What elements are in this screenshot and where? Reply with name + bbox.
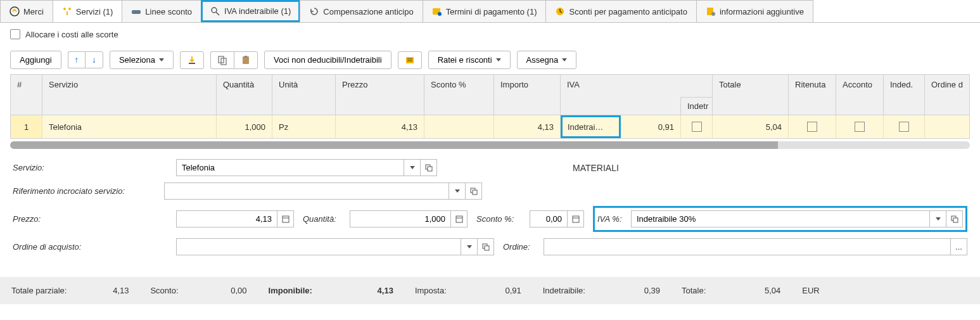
services-grid: # Servizio Quantità Unità Prezzo Sconto …	[10, 74, 970, 139]
col-servizio[interactable]: Servizio	[42, 75, 217, 115]
col-indetr[interactable]: Indetr	[680, 97, 712, 115]
quantita-calc[interactable]	[451, 210, 468, 227]
col-quantita[interactable]: Quantità	[217, 75, 272, 115]
info-icon	[706, 6, 716, 16]
iva-dropdown[interactable]	[930, 210, 946, 227]
cell-importo[interactable]: 4,13	[494, 115, 561, 138]
servizio-dropdown[interactable]	[404, 159, 421, 176]
move-up-button[interactable]: ↑	[68, 51, 86, 68]
detail-icon	[405, 55, 415, 65]
quantita-input[interactable]	[350, 210, 451, 227]
tab-servizi[interactable]: Servizi (1)	[53, 0, 123, 22]
ratei-label: Ratei e risconti	[438, 55, 492, 65]
ratei-button[interactable]: Ratei e risconti	[428, 51, 511, 69]
parziale-value: 4,13	[78, 286, 129, 295]
svg-rect-21	[428, 167, 432, 171]
prezzo-calc[interactable]	[277, 210, 294, 227]
col-acconto[interactable]: Acconto	[836, 75, 884, 115]
tab-termini-pagamento[interactable]: Termini di pagamento (1)	[423, 0, 547, 22]
cell-unita[interactable]: Pz	[272, 115, 336, 138]
sconto-calc[interactable]	[568, 210, 584, 227]
cell-quantita[interactable]: 1,000	[217, 115, 272, 138]
ordine-more[interactable]: ...	[951, 238, 967, 255]
cell-iva2[interactable]: 0,91	[621, 115, 681, 138]
assegna-button[interactable]: Assegna	[517, 51, 577, 69]
iva-input[interactable]	[631, 210, 930, 227]
tab-info-aggiuntive[interactable]: informazioni aggiuntive	[696, 0, 813, 22]
svg-rect-28	[573, 216, 579, 222]
tab-sconti-anticipato[interactable]: Sconti per pagamento anticipato	[545, 0, 696, 22]
ordine-acquisto-open[interactable]	[478, 238, 494, 255]
imponibile-label: Imponibile:	[269, 286, 312, 295]
col-totale[interactable]: Totale	[713, 75, 789, 115]
col-sconto[interactable]: Sconto %	[424, 75, 494, 115]
servizio-input[interactable]	[176, 159, 404, 176]
cell-iva[interactable]: Indetrai…	[561, 115, 621, 138]
detail-button[interactable]	[398, 51, 422, 69]
col-ordine[interactable]: Ordine d	[925, 75, 969, 115]
iva-open[interactable]	[946, 210, 963, 227]
svg-point-8	[438, 12, 442, 16]
svg-rect-31	[953, 218, 958, 222]
allocate-label: Allocare i costi alle scorte	[25, 30, 118, 39]
select-button[interactable]: Seleziona	[110, 51, 174, 69]
svg-rect-17	[406, 57, 414, 63]
cell-sconto[interactable]	[424, 115, 494, 138]
acconto-checkbox[interactable]	[855, 122, 865, 132]
allocate-checkbox[interactable]	[10, 29, 20, 39]
riferimento-dropdown[interactable]	[449, 182, 466, 200]
sconto-tot-value: 0,00	[190, 286, 247, 295]
cell-indeb[interactable]	[884, 115, 925, 138]
tab-linee-sconto[interactable]: Linee sconto	[122, 0, 201, 22]
svg-point-11	[711, 12, 715, 16]
riferimento-input[interactable]	[164, 182, 449, 200]
copy-button[interactable]	[210, 51, 234, 69]
cell-prezzo[interactable]: 4,13	[336, 115, 424, 138]
tab-merci[interactable]: Merci	[0, 0, 53, 22]
table-row[interactable]: 1 Telefonia 1,000 Pz 4,13 4,13 Indetrai……	[11, 115, 969, 138]
iva-highlighted-group: IVA %:	[593, 206, 967, 232]
svg-point-1	[63, 8, 66, 10]
col-importo[interactable]: Importo	[494, 75, 561, 115]
move-down-button[interactable]: ↓	[85, 51, 103, 68]
add-button[interactable]: Aggiungi	[10, 51, 61, 69]
paste-button[interactable]	[234, 51, 258, 69]
cell-indetr[interactable]	[681, 115, 713, 138]
cell-ritenuta[interactable]	[789, 115, 836, 138]
indeb-checkbox[interactable]	[899, 122, 909, 132]
tab-compensazione[interactable]: Compensazione anticipo	[300, 0, 423, 22]
horizontal-scrollbar[interactable]	[10, 141, 970, 149]
parziale-label: Totale parziale:	[11, 286, 67, 295]
indetr-checkbox[interactable]	[692, 122, 702, 132]
servizio-open[interactable]	[421, 159, 437, 176]
ordine-acquisto-input[interactable]	[176, 238, 461, 255]
col-num[interactable]: #	[11, 75, 42, 115]
svg-point-5	[212, 8, 217, 13]
ordine-acquisto-dropdown[interactable]	[461, 238, 478, 255]
col-prezzo[interactable]: Prezzo	[336, 75, 424, 115]
tab-iva-indetraibile[interactable]: IVA indetraibile (1)	[201, 0, 300, 22]
col-unita[interactable]: Unità	[272, 75, 336, 115]
col-iva[interactable]: IVA Indetr	[561, 75, 713, 115]
col-indeb[interactable]: Inded.	[884, 75, 925, 115]
paste-icon	[241, 55, 251, 65]
allocate-row: Allocare i costi alle scorte	[0, 23, 980, 46]
sconto-input[interactable]	[530, 210, 568, 227]
voci-button[interactable]: Voci non deducibili/Indetraibili	[264, 51, 391, 69]
import-button[interactable]	[180, 51, 204, 69]
col-ritenuta[interactable]: Ritenuta	[789, 75, 836, 115]
svg-rect-26	[456, 216, 462, 222]
payment-terms-icon	[432, 6, 442, 16]
cell-acconto[interactable]	[836, 115, 884, 138]
cell-servizio[interactable]: Telefonia	[42, 115, 217, 138]
ordine-input[interactable]	[544, 238, 951, 255]
tab-label: Linee sconto	[145, 7, 192, 16]
open-icon	[425, 164, 433, 172]
cell-totale[interactable]: 5,04	[713, 115, 789, 138]
cell-ordine[interactable]	[925, 115, 969, 138]
ritenuta-checkbox[interactable]	[807, 122, 817, 132]
discount-icon	[131, 6, 141, 16]
prezzo-input[interactable]	[176, 210, 277, 227]
riferimento-open[interactable]	[466, 182, 482, 200]
arrow-down-icon: ↓	[92, 55, 96, 65]
